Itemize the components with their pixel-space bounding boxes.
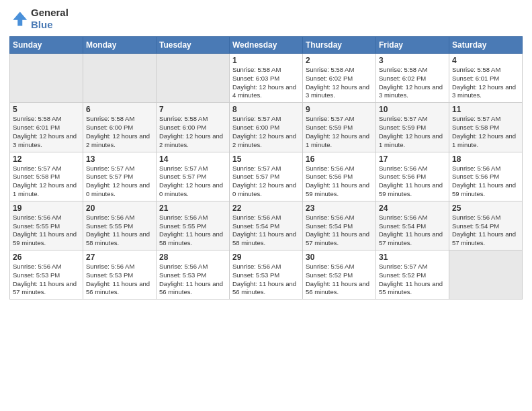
day-info: Sunrise: 5:56 AM Sunset: 5:54 PM Dayligh… xyxy=(452,214,519,248)
day-number: 31 xyxy=(379,253,446,262)
calendar-cell: 10Sunrise: 5:57 AM Sunset: 5:59 PM Dayli… xyxy=(376,103,449,152)
weekday-header-cell: Wednesday xyxy=(230,37,303,54)
calendar-cell xyxy=(449,250,523,300)
day-info: Sunrise: 5:58 AM Sunset: 6:01 PM Dayligh… xyxy=(452,66,519,100)
day-number: 10 xyxy=(379,105,446,114)
day-info: Sunrise: 5:56 AM Sunset: 5:53 PM Dayligh… xyxy=(232,263,300,297)
day-info: Sunrise: 5:56 AM Sunset: 5:55 PM Dayligh… xyxy=(159,214,226,248)
calendar-cell: 26Sunrise: 5:56 AM Sunset: 5:53 PM Dayli… xyxy=(10,250,83,300)
day-number: 21 xyxy=(159,203,226,213)
weekday-header-cell: Sunday xyxy=(10,37,83,54)
day-info: Sunrise: 5:56 AM Sunset: 5:54 PM Dayligh… xyxy=(379,214,446,248)
day-number: 2 xyxy=(306,56,373,65)
weekday-header-cell: Friday xyxy=(376,37,449,54)
calendar-cell: 17Sunrise: 5:56 AM Sunset: 5:56 PM Dayli… xyxy=(376,152,449,201)
calendar-cell xyxy=(157,54,230,103)
day-info: Sunrise: 5:56 AM Sunset: 5:53 PM Dayligh… xyxy=(159,263,226,297)
day-info: Sunrise: 5:57 AM Sunset: 6:00 PM Dayligh… xyxy=(232,115,300,149)
calendar-cell: 21Sunrise: 5:56 AM Sunset: 5:55 PM Dayli… xyxy=(157,201,230,250)
calendar-cell: 30Sunrise: 5:56 AM Sunset: 5:52 PM Dayli… xyxy=(303,250,376,300)
day-number: 30 xyxy=(306,253,373,262)
svg-marker-0 xyxy=(13,12,27,26)
day-number: 17 xyxy=(379,154,446,164)
calendar-cell: 29Sunrise: 5:56 AM Sunset: 5:53 PM Dayli… xyxy=(230,250,303,300)
day-number: 22 xyxy=(232,203,300,213)
calendar-cell: 2Sunrise: 5:58 AM Sunset: 6:02 PM Daylig… xyxy=(303,54,376,103)
day-info: Sunrise: 5:56 AM Sunset: 5:56 PM Dayligh… xyxy=(452,165,519,199)
calendar-cell: 19Sunrise: 5:56 AM Sunset: 5:55 PM Dayli… xyxy=(10,201,83,250)
calendar-cell: 9Sunrise: 5:57 AM Sunset: 5:59 PM Daylig… xyxy=(303,103,376,152)
day-number: 13 xyxy=(86,154,153,164)
calendar-cell: 28Sunrise: 5:56 AM Sunset: 5:53 PM Dayli… xyxy=(157,250,230,300)
weekday-header-row: SundayMondayTuesdayWednesdayThursdayFrid… xyxy=(10,37,523,54)
day-number: 16 xyxy=(306,154,373,164)
day-number: 4 xyxy=(452,56,519,65)
day-number: 12 xyxy=(13,154,80,164)
day-number: 19 xyxy=(13,203,80,213)
calendar-cell: 14Sunrise: 5:57 AM Sunset: 5:57 PM Dayli… xyxy=(157,152,230,201)
weekday-header-cell: Tuesday xyxy=(157,37,230,54)
day-info: Sunrise: 5:58 AM Sunset: 6:02 PM Dayligh… xyxy=(306,66,373,100)
day-info: Sunrise: 5:57 AM Sunset: 5:57 PM Dayligh… xyxy=(86,165,153,199)
weekday-header-cell: Monday xyxy=(83,37,157,54)
day-info: Sunrise: 5:57 AM Sunset: 5:57 PM Dayligh… xyxy=(232,165,300,199)
calendar-cell: 11Sunrise: 5:57 AM Sunset: 5:58 PM Dayli… xyxy=(449,103,523,152)
calendar-cell xyxy=(83,54,157,103)
calendar-week-row: 1Sunrise: 5:58 AM Sunset: 6:03 PM Daylig… xyxy=(10,54,523,103)
calendar-cell: 20Sunrise: 5:56 AM Sunset: 5:55 PM Dayli… xyxy=(83,201,157,250)
day-number: 18 xyxy=(452,154,519,164)
calendar-cell: 8Sunrise: 5:57 AM Sunset: 6:00 PM Daylig… xyxy=(230,103,303,152)
calendar-cell: 13Sunrise: 5:57 AM Sunset: 5:57 PM Dayli… xyxy=(83,152,157,201)
calendar-cell: 12Sunrise: 5:57 AM Sunset: 5:58 PM Dayli… xyxy=(10,152,83,201)
day-info: Sunrise: 5:56 AM Sunset: 5:56 PM Dayligh… xyxy=(379,165,446,199)
day-number: 9 xyxy=(306,105,373,114)
weekday-header-cell: Thursday xyxy=(303,37,376,54)
logo: General Blue xyxy=(9,7,69,31)
header: General Blue xyxy=(9,7,523,31)
day-info: Sunrise: 5:56 AM Sunset: 5:53 PM Dayligh… xyxy=(86,263,153,297)
calendar-cell: 18Sunrise: 5:56 AM Sunset: 5:56 PM Dayli… xyxy=(449,152,523,201)
logo-icon xyxy=(9,9,28,28)
day-number: 28 xyxy=(159,253,226,262)
weekday-header-cell: Saturday xyxy=(449,37,523,54)
calendar-cell: 1Sunrise: 5:58 AM Sunset: 6:03 PM Daylig… xyxy=(230,54,303,103)
day-number: 7 xyxy=(159,105,226,114)
day-number: 29 xyxy=(232,253,300,262)
calendar-body: 1Sunrise: 5:58 AM Sunset: 6:03 PM Daylig… xyxy=(10,54,523,300)
day-info: Sunrise: 5:58 AM Sunset: 6:00 PM Dayligh… xyxy=(159,115,226,149)
day-number: 24 xyxy=(379,203,446,213)
day-info: Sunrise: 5:56 AM Sunset: 5:54 PM Dayligh… xyxy=(306,214,373,248)
day-info: Sunrise: 5:56 AM Sunset: 5:56 PM Dayligh… xyxy=(306,165,373,199)
day-number: 3 xyxy=(379,56,446,65)
day-info: Sunrise: 5:56 AM Sunset: 5:55 PM Dayligh… xyxy=(86,214,153,248)
calendar-cell: 25Sunrise: 5:56 AM Sunset: 5:54 PM Dayli… xyxy=(449,201,523,250)
day-number: 1 xyxy=(232,56,300,65)
day-number: 15 xyxy=(232,154,300,164)
day-number: 6 xyxy=(86,105,153,114)
day-number: 27 xyxy=(86,253,153,262)
calendar-week-row: 5Sunrise: 5:58 AM Sunset: 6:01 PM Daylig… xyxy=(10,103,523,152)
day-number: 5 xyxy=(13,105,80,114)
day-info: Sunrise: 5:57 AM Sunset: 5:58 PM Dayligh… xyxy=(452,115,519,149)
day-number: 14 xyxy=(159,154,226,164)
day-number: 23 xyxy=(306,203,373,213)
calendar-cell: 27Sunrise: 5:56 AM Sunset: 5:53 PM Dayli… xyxy=(83,250,157,300)
calendar-page: General Blue SundayMondayTuesdayWednesda… xyxy=(0,0,532,411)
day-info: Sunrise: 5:56 AM Sunset: 5:53 PM Dayligh… xyxy=(13,263,80,297)
calendar-cell: 16Sunrise: 5:56 AM Sunset: 5:56 PM Dayli… xyxy=(303,152,376,201)
calendar-cell: 23Sunrise: 5:56 AM Sunset: 5:54 PM Dayli… xyxy=(303,201,376,250)
day-info: Sunrise: 5:58 AM Sunset: 6:03 PM Dayligh… xyxy=(232,66,300,100)
day-info: Sunrise: 5:57 AM Sunset: 5:52 PM Dayligh… xyxy=(379,263,446,297)
calendar-week-row: 26Sunrise: 5:56 AM Sunset: 5:53 PM Dayli… xyxy=(10,250,523,300)
day-info: Sunrise: 5:57 AM Sunset: 5:58 PM Dayligh… xyxy=(13,165,80,199)
day-info: Sunrise: 5:58 AM Sunset: 6:01 PM Dayligh… xyxy=(13,115,80,149)
logo-text: General Blue xyxy=(31,7,69,31)
calendar-cell: 24Sunrise: 5:56 AM Sunset: 5:54 PM Dayli… xyxy=(376,201,449,250)
calendar-cell: 15Sunrise: 5:57 AM Sunset: 5:57 PM Dayli… xyxy=(230,152,303,201)
day-number: 11 xyxy=(452,105,519,114)
calendar-week-row: 12Sunrise: 5:57 AM Sunset: 5:58 PM Dayli… xyxy=(10,152,523,201)
day-number: 26 xyxy=(13,253,80,262)
calendar-cell: 5Sunrise: 5:58 AM Sunset: 6:01 PM Daylig… xyxy=(10,103,83,152)
day-info: Sunrise: 5:56 AM Sunset: 5:54 PM Dayligh… xyxy=(232,214,300,248)
day-info: Sunrise: 5:57 AM Sunset: 5:59 PM Dayligh… xyxy=(306,115,373,149)
